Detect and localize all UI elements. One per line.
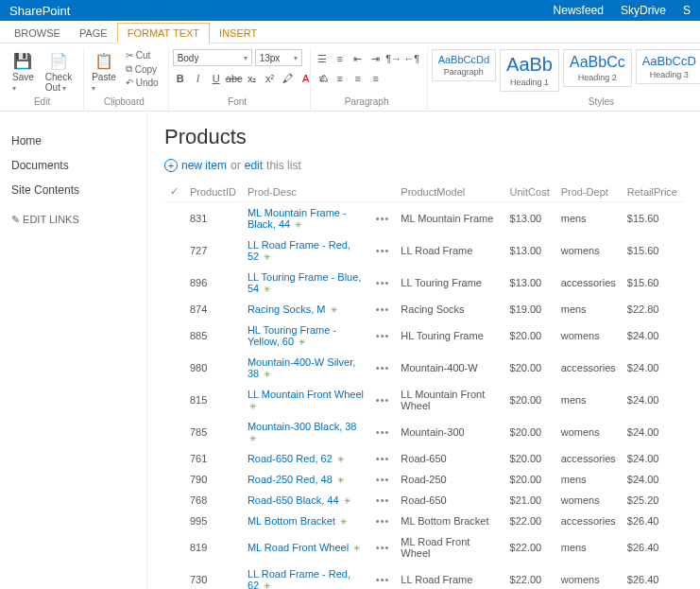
cell-model: ML Road Front Wheel — [395, 531, 504, 563]
outdent-button[interactable]: ⇤ — [350, 51, 366, 66]
paste-button[interactable]: 📋 Paste — [88, 49, 120, 95]
undo-button[interactable]: ↶Undo — [124, 77, 161, 89]
numbering-button[interactable]: ≡ — [333, 51, 348, 66]
col-2[interactable]: Prod-Desc — [242, 182, 370, 202]
cell-desc[interactable]: Mountain-400-W Silver, 38 ✳ — [242, 352, 370, 384]
col-4[interactable]: ProductModel — [395, 182, 504, 202]
save-button[interactable]: 💾 Save — [9, 49, 38, 95]
highlight-button[interactable]: 🖍 — [281, 71, 296, 86]
col-0[interactable]: ✓ — [164, 182, 184, 202]
tab-insert[interactable]: INSERT — [210, 24, 266, 43]
tab-format-text[interactable]: FORMAT TEXT — [117, 23, 210, 43]
suite-link-newsfeed[interactable]: Newsfeed — [554, 4, 604, 17]
table-row: 785Mountain-300 Black, 38 ✳•••Mountain-3… — [164, 416, 683, 448]
col-1[interactable]: ProductID — [184, 182, 242, 202]
row-checkbox[interactable] — [164, 267, 184, 299]
row-checkbox[interactable] — [164, 448, 184, 469]
font-size-select[interactable]: 13px — [255, 49, 302, 66]
item-menu[interactable]: ••• — [370, 234, 396, 267]
align-right-button[interactable]: ≡ — [350, 71, 366, 86]
row-checkbox[interactable] — [164, 299, 184, 320]
col-3[interactable] — [370, 182, 396, 202]
nav-home[interactable]: Home — [11, 129, 135, 153]
item-menu[interactable]: ••• — [370, 416, 396, 448]
nav-documents[interactable]: Documents — [11, 153, 135, 178]
item-menu[interactable]: ••• — [370, 448, 396, 469]
cell-id: 980 — [184, 352, 242, 384]
cell-desc[interactable]: ML Road Front Wheel ✳ — [242, 531, 370, 563]
cell-desc[interactable]: LL Mountain Front Wheel ✳ — [242, 384, 370, 416]
indent-button[interactable]: ⇥ — [368, 51, 384, 66]
cell-desc[interactable]: Road-650 Red, 62 ✳ — [242, 448, 370, 469]
cell-desc[interactable]: ML Bottom Bracket ✳ — [242, 511, 370, 531]
style-heading-3[interactable]: AaBbCcDHeading 3 — [636, 49, 700, 84]
ltr-button[interactable]: ¶→ — [386, 51, 401, 66]
cell-desc[interactable]: LL Road Frame - Red, 52 ✳ — [242, 234, 370, 267]
row-checkbox[interactable] — [164, 234, 184, 267]
tab-browse[interactable]: BROWSE — [5, 24, 70, 43]
bold-button[interactable]: B — [173, 71, 188, 86]
underline-button[interactable]: U — [209, 71, 224, 86]
suite-link-skydrive[interactable]: SkyDrive — [621, 4, 666, 17]
row-checkbox[interactable] — [164, 563, 184, 589]
ribbon-group-font: Body 13px B I U abc x₂ x² 🖍 A ♺ Font — [169, 47, 311, 111]
style-heading-1[interactable]: AaBbHeading 1 — [500, 49, 559, 92]
checkout-button[interactable]: 📄 Check Out — [42, 49, 76, 95]
superscript-button[interactable]: x² — [263, 71, 278, 86]
item-menu[interactable]: ••• — [370, 299, 396, 320]
cell-desc[interactable]: LL Touring Frame - Blue, 54 ✳ — [242, 267, 370, 299]
item-menu[interactable]: ••• — [370, 511, 396, 531]
item-menu[interactable]: ••• — [370, 320, 396, 352]
style-heading-2[interactable]: AaBbCcHeading 2 — [563, 49, 632, 87]
cell-desc[interactable]: Road-650 Black, 44 ✳ — [242, 490, 370, 511]
item-menu[interactable]: ••• — [370, 384, 396, 416]
col-5[interactable]: UnitCost — [504, 182, 555, 202]
edit-list-link[interactable]: edit — [245, 159, 263, 172]
cell-desc[interactable]: HL Touring Frame - Yellow, 60 ✳ — [242, 320, 370, 352]
row-checkbox[interactable] — [164, 352, 184, 384]
item-menu[interactable]: ••• — [370, 531, 396, 563]
row-checkbox[interactable] — [164, 384, 184, 416]
new-icon: ✳ — [264, 370, 271, 379]
ribbon-group-clipboard: 📋 Paste ✂Cut ⧉Copy ↶Undo Clipboard — [84, 47, 168, 111]
justify-button[interactable]: ≡ — [368, 71, 384, 86]
item-menu[interactable]: ••• — [370, 352, 396, 384]
bullets-button[interactable]: ☰ — [315, 51, 330, 66]
strike-button[interactable]: abc — [227, 71, 242, 86]
cell-desc[interactable]: LL Road Frame - Red, 62 ✳ — [242, 563, 370, 589]
edit-links[interactable]: ✎ EDIT LINKS — [11, 214, 135, 226]
row-checkbox[interactable] — [164, 490, 184, 511]
nav-site-contents[interactable]: Site Contents — [11, 178, 135, 202]
item-menu[interactable]: ••• — [370, 267, 396, 299]
cell-price: $24.00 — [622, 384, 683, 416]
row-checkbox[interactable] — [164, 511, 184, 531]
cell-desc[interactable]: Mountain-300 Black, 38 ✳ — [242, 416, 370, 448]
row-checkbox[interactable] — [164, 416, 184, 448]
copy-button[interactable]: ⧉Copy — [124, 62, 161, 76]
align-left-button[interactable]: ≡ — [315, 71, 330, 86]
row-checkbox[interactable] — [164, 469, 184, 490]
item-menu[interactable]: ••• — [370, 563, 396, 589]
col-7[interactable]: RetailPrice — [622, 182, 683, 202]
cell-desc[interactable]: Road-250 Red, 48 ✳ — [242, 469, 370, 490]
tab-page[interactable]: PAGE — [70, 24, 117, 43]
cell-desc[interactable]: Racing Socks, M ✳ — [242, 299, 370, 320]
new-item-link[interactable]: new item — [181, 159, 227, 172]
item-menu[interactable]: ••• — [370, 469, 396, 490]
cut-button[interactable]: ✂Cut — [124, 49, 161, 61]
row-checkbox[interactable] — [164, 202, 184, 235]
cell-desc[interactable]: ML Mountain Frame - Black, 44 ✳ — [242, 202, 370, 235]
align-center-button[interactable]: ≡ — [333, 71, 348, 86]
italic-button[interactable]: I — [191, 71, 206, 86]
suite-link-sites[interactable]: S — [683, 4, 691, 17]
row-checkbox[interactable] — [164, 531, 184, 563]
row-checkbox[interactable] — [164, 320, 184, 352]
subscript-button[interactable]: x₂ — [245, 71, 260, 86]
col-6[interactable]: Prod-Dept — [555, 182, 622, 202]
style-paragraph[interactable]: AaBbCcDdParagraph — [432, 49, 496, 81]
item-menu[interactable]: ••• — [370, 202, 396, 235]
rtl-button[interactable]: ←¶ — [404, 51, 419, 66]
plus-icon[interactable]: + — [164, 159, 178, 172]
item-menu[interactable]: ••• — [370, 490, 396, 511]
font-name-select[interactable]: Body — [173, 49, 252, 66]
